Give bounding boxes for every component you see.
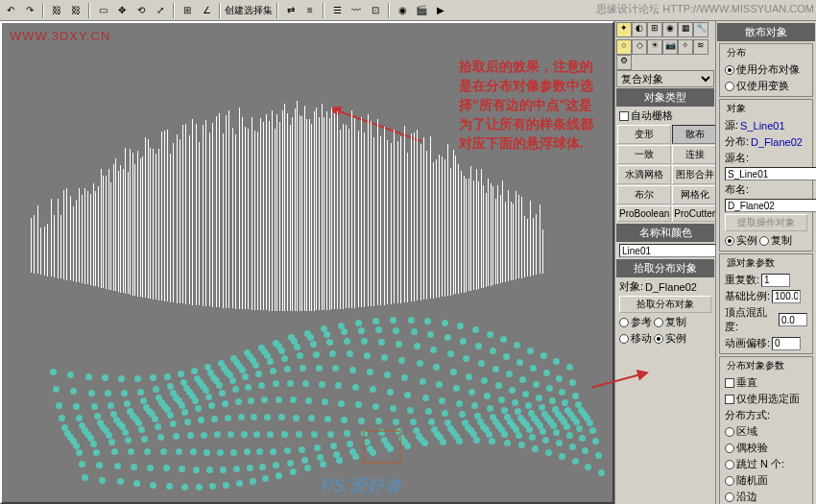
group-source-params: 源对象参数 重复数: 基础比例: 顶点混乱度: 动画偏移: <box>719 253 813 354</box>
sub-systems[interactable]: ⚙ <box>616 55 632 70</box>
radio-inst2[interactable] <box>725 236 734 246</box>
tool-snap[interactable]: ⊞ <box>179 2 196 19</box>
tool-rotate[interactable]: ⟲ <box>132 2 150 19</box>
distname-input[interactable] <box>725 199 816 212</box>
tab-modify[interactable]: ◐ <box>632 22 647 37</box>
autogrid-label: 自动栅格 <box>631 108 673 123</box>
check-perp[interactable] <box>725 378 734 388</box>
tool-align[interactable]: ≡ <box>301 2 319 19</box>
tool-angle[interactable]: ∠ <box>198 2 215 19</box>
tab-utilities[interactable]: 🔧 <box>693 22 708 37</box>
tab-hierarchy[interactable]: ⊞ <box>647 22 662 37</box>
rollout-name-color[interactable]: 名称和颜色 <box>616 224 714 242</box>
btn-blobmesh[interactable]: 水滴网格 <box>617 165 671 184</box>
tool-unlink[interactable]: ⛓ <box>67 2 84 19</box>
btn-shapemerge[interactable]: 图形合并 <box>672 165 715 184</box>
radio-copy2[interactable] <box>759 236 769 246</box>
rollout-object-type[interactable]: 对象类型 <box>616 88 714 107</box>
btn-proboolean[interactable]: ProBoolean <box>617 205 671 222</box>
forum-watermark: 思缘设计论坛 HTTP://WWW.MISSYUAN.COM <box>596 2 814 16</box>
site-watermark: WWW.3DXY.CN <box>10 29 110 43</box>
sub-geometry[interactable]: ○ <box>616 39 632 55</box>
tool-scale[interactable]: ⤢ <box>152 2 169 19</box>
btn-connect[interactable]: 连接 <box>672 145 715 164</box>
radio-rand[interactable] <box>725 476 734 486</box>
radio-use-trans[interactable] <box>725 82 734 91</box>
tool-layer[interactable]: ☰ <box>328 2 346 19</box>
group-objects: 对象 源:S_Line01 分布:D_Flane02 源名: 布名: 提取操作对… <box>719 99 813 252</box>
pick-obj-value: D_Flane02 <box>645 281 697 293</box>
btn-morph[interactable]: 变形 <box>617 125 671 144</box>
pick-obj-label: 对象: <box>619 279 643 294</box>
radio-reference[interactable] <box>619 318 629 327</box>
vert-input[interactable] <box>779 313 807 326</box>
group-dist-params: 分布对象参数 垂直 仅使用选定面 分布方式: 区域 偶校验 跳过 N 个: 随机… <box>719 356 813 504</box>
radio-copy[interactable] <box>654 318 663 327</box>
viewport[interactable]: WWW.3DXY.CN 拾取后的效果，注意的是在分布对像参数中选择"所有边的中点… <box>0 21 614 504</box>
tool-move[interactable]: ✥ <box>113 2 131 19</box>
tool-curve[interactable]: 〰 <box>348 2 365 19</box>
command-panel: ✦ ◐ ⊞ ◉ ▦ 🔧 ○ ◇ ☀ 📷 ✧ ≋ ⚙ 复合对象 对象类型 自动栅格… <box>614 21 816 504</box>
rollout-pick[interactable]: 拾取分布对象 <box>616 259 714 277</box>
radio-even[interactable] <box>725 444 734 453</box>
rollout-scatter[interactable]: 散布对象 <box>717 23 815 41</box>
logo-watermark <box>363 430 401 464</box>
autogrid-check[interactable] <box>619 111 629 121</box>
tool-link[interactable]: ⛓ <box>48 2 65 19</box>
tab-create[interactable]: ✦ <box>616 22 632 37</box>
group-distribution: 分布 使用分布对像 仅使用变换 <box>719 43 813 97</box>
radio-use-dist[interactable] <box>725 65 734 75</box>
base-input[interactable] <box>772 290 801 303</box>
radio-along[interactable] <box>725 492 734 502</box>
extract-op-button: 提取操作对象 <box>725 214 807 231</box>
object-name-input[interactable] <box>619 244 715 257</box>
radio-move[interactable] <box>619 334 629 344</box>
tool-select[interactable]: ▭ <box>94 2 111 19</box>
scattered-lines <box>31 100 568 330</box>
radio-skip[interactable] <box>725 460 734 469</box>
command-tabs: ✦ ◐ ⊞ ◉ ▦ 🔧 <box>616 22 714 37</box>
radio-area[interactable] <box>725 427 734 437</box>
sub-space[interactable]: ≋ <box>693 39 708 55</box>
tool-mirror[interactable]: ⇄ <box>282 2 300 19</box>
btn-procutter[interactable]: ProCutter <box>672 205 715 222</box>
category-dropdown[interactable]: 复合对象 <box>616 70 714 87</box>
tool-redo[interactable]: ↷ <box>21 2 38 19</box>
tool-material[interactable]: ◉ <box>394 2 411 19</box>
sub-shapes[interactable]: ◇ <box>632 39 647 55</box>
pick-dist-button[interactable]: 拾取分布对象 <box>619 296 711 313</box>
tool-schematic[interactable]: ⊡ <box>367 2 384 19</box>
btn-boolean[interactable]: 布尔 <box>617 185 671 204</box>
sub-helpers[interactable]: ✧ <box>678 39 693 55</box>
check-selonly[interactable] <box>725 395 734 404</box>
ps-watermark: PS 爱好者 <box>322 474 401 497</box>
toolbar-text: 创建选择集 <box>225 4 273 17</box>
tab-display[interactable]: ▦ <box>678 22 693 37</box>
radio-instance[interactable] <box>654 334 663 344</box>
sub-lights[interactable]: ☀ <box>647 39 662 55</box>
scattered-dots <box>50 349 588 504</box>
tool-render[interactable]: 🎬 <box>413 2 430 19</box>
btn-terrain[interactable]: 网格化 <box>672 185 715 204</box>
anim-input[interactable] <box>772 337 801 350</box>
dup-input[interactable] <box>761 274 790 287</box>
sub-cameras[interactable]: 📷 <box>662 39 678 55</box>
srcname-input[interactable] <box>725 167 816 180</box>
tool-undo[interactable]: ↶ <box>2 2 19 19</box>
object-type-grid: 变形 散布 一致 连接 水滴网格 图形合并 布尔 网格化 ProBoolean … <box>616 124 714 223</box>
tab-motion[interactable]: ◉ <box>662 22 678 37</box>
tool-render2[interactable]: ▶ <box>432 2 449 19</box>
btn-conform[interactable]: 一致 <box>617 145 671 164</box>
subcategory-tabs: ○ ◇ ☀ 📷 ✧ ≋ ⚙ <box>616 39 714 70</box>
btn-scatter[interactable]: 散布 <box>672 125 715 144</box>
